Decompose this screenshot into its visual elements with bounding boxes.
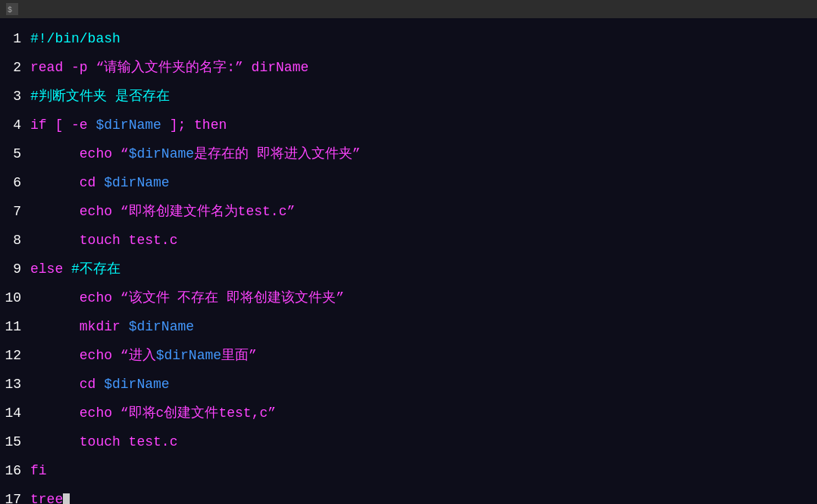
titlebar: $ xyxy=(0,0,817,18)
line-number: 15 xyxy=(0,429,30,455)
line-content: tree xyxy=(30,487,70,504)
code-line: 9else #不存在 xyxy=(0,255,817,283)
code-line: 4if [ -e $dirName ]; then xyxy=(0,111,817,139)
line-content: fi xyxy=(30,458,47,484)
code-line: 12 echo “进入$dirName里面” xyxy=(0,341,817,370)
code-line: 15 touch test.c xyxy=(0,427,817,456)
code-line: 3#判断文件夹 是否存在 xyxy=(0,82,817,111)
line-number: 7 xyxy=(0,199,30,224)
code-token: echo “即将c创建文件test,c” xyxy=(30,405,276,421)
line-content: cd $dirName xyxy=(30,170,170,196)
code-token: $dirName xyxy=(156,348,221,363)
code-token: read -p “请输入文件夹的名字:” dirName xyxy=(30,60,308,75)
code-token: touch test.c xyxy=(30,233,177,248)
line-content: echo “进入$dirName里面” xyxy=(30,343,257,368)
line-number: 9 xyxy=(0,256,30,282)
line-number: 5 xyxy=(0,141,30,167)
code-token: touch test.c xyxy=(30,434,177,449)
line-content: cd $dirName xyxy=(30,371,170,397)
line-number: 12 xyxy=(0,343,30,368)
code-editor: 1#!/bin/bash2read -p “请输入文件夹的名字:” dirNam… xyxy=(0,18,817,504)
line-content: echo “该文件 不存在 即将创建该文件夹” xyxy=(30,285,344,311)
text-cursor xyxy=(63,493,70,504)
code-line: 13 cd $dirName xyxy=(0,370,817,399)
code-token: $dirName xyxy=(104,175,169,190)
line-content: touch test.c xyxy=(30,429,177,455)
line-content: if [ -e $dirName ]; then xyxy=(30,112,227,138)
line-content: echo “即将创建文件名为test.c” xyxy=(30,199,295,224)
line-number: 17 xyxy=(0,487,30,504)
svg-text:$: $ xyxy=(8,6,12,14)
app-icon: $ xyxy=(6,3,18,15)
code-line: 8 touch test.c xyxy=(0,226,817,255)
code-token: echo “即将创建文件名为test.c” xyxy=(30,204,295,219)
code-token: #!/bin/bash xyxy=(30,31,121,46)
line-content: touch test.c xyxy=(30,227,177,253)
code-line: 7 echo “即将创建文件名为test.c” xyxy=(0,197,817,226)
line-number: 1 xyxy=(0,26,30,52)
code-token: ]; then xyxy=(161,117,227,133)
line-number: 14 xyxy=(0,400,30,426)
code-token: if [ -e xyxy=(30,117,95,133)
code-line: 17tree xyxy=(0,485,817,504)
code-token: $dirName xyxy=(104,377,169,392)
line-content: #!/bin/bash xyxy=(30,26,121,52)
code-token: cd xyxy=(30,377,104,392)
code-line: 1#!/bin/bash xyxy=(0,24,817,53)
line-content: echo “$dirName是存在的 即将进入文件夹” xyxy=(30,141,361,167)
line-number: 16 xyxy=(0,458,30,484)
code-line: 10 echo “该文件 不存在 即将创建该文件夹” xyxy=(0,283,817,312)
line-number: 11 xyxy=(0,314,30,340)
line-number: 13 xyxy=(0,371,30,397)
line-number: 2 xyxy=(0,55,30,80)
line-number: 6 xyxy=(0,170,30,196)
line-content: else #不存在 xyxy=(30,256,121,282)
code-line: 16fi xyxy=(0,456,817,485)
code-token: cd xyxy=(30,175,104,190)
code-token: #不存在 xyxy=(71,261,121,277)
code-token: $dirName xyxy=(129,146,194,161)
line-content: #判断文件夹 是否存在 xyxy=(30,83,170,109)
code-token: fi xyxy=(30,463,47,478)
line-number: 3 xyxy=(0,83,30,109)
code-token: mkdir xyxy=(30,319,129,334)
line-number: 10 xyxy=(0,285,30,311)
code-token: $dirName xyxy=(129,319,194,334)
code-token: tree xyxy=(30,492,63,504)
line-number: 4 xyxy=(0,112,30,138)
line-content: mkdir $dirName xyxy=(30,314,194,340)
code-token: 里面” xyxy=(221,348,257,363)
code-line: 6 cd $dirName xyxy=(0,168,817,197)
code-token: echo “ xyxy=(30,146,129,161)
line-number: 8 xyxy=(0,227,30,253)
code-token: 是存在的 即将进入文件夹” xyxy=(194,146,361,161)
code-token: $dirName xyxy=(95,117,161,133)
code-line: 5 echo “$dirName是存在的 即将进入文件夹” xyxy=(0,139,817,168)
code-line: 11 mkdir $dirName xyxy=(0,312,817,341)
line-content: echo “即将c创建文件test,c” xyxy=(30,400,276,426)
code-line: 2read -p “请输入文件夹的名字:” dirName xyxy=(0,53,817,82)
line-content: read -p “请输入文件夹的名字:” dirName xyxy=(30,55,308,80)
code-line: 14 echo “即将c创建文件test,c” xyxy=(0,399,817,427)
code-token: echo “该文件 不存在 即将创建该文件夹” xyxy=(30,290,344,305)
code-token: echo “进入 xyxy=(30,348,156,363)
code-token: #判断文件夹 是否存在 xyxy=(30,89,170,104)
code-token: else xyxy=(30,261,71,277)
